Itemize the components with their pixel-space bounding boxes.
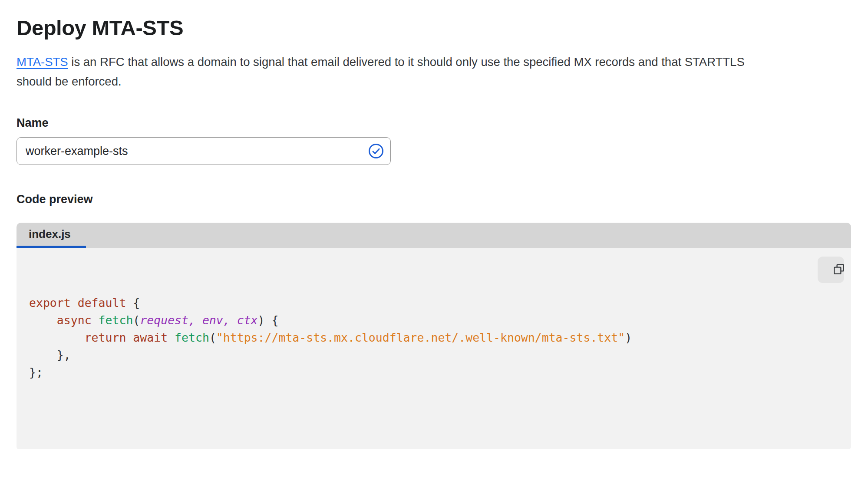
code-tabbar: index.js [17,223,851,248]
check-circle-icon [367,142,385,160]
code-preview-label: Code preview [17,193,851,206]
description-text: MTA-STS is an RFC that allows a domain t… [17,52,851,91]
description-line2: should be enforced. [17,75,122,88]
mta-sts-link[interactable]: MTA-STS [17,55,68,69]
code-line: }, [29,346,839,364]
name-input[interactable] [26,145,367,158]
tab-index-js[interactable]: index.js [17,223,86,248]
code-line: }; [29,364,839,381]
code-line: return await fetch("https://mta-sts.mx.c… [29,329,839,346]
name-label: Name [17,116,851,130]
name-input-container [17,137,391,165]
copy-button[interactable] [818,257,844,283]
code-lines: export default { async fetch(request, en… [29,294,839,381]
page-title: Deploy MTA-STS [17,16,851,40]
code-editor: export default { async fetch(request, en… [17,248,851,449]
code-preview-card: index.js export default { async fetch(re… [17,223,851,449]
code-line: async fetch(request, env, ctx) { [29,312,839,329]
deploy-mta-sts-page: Deploy MTA-STS MTA-STS is an RFC that al… [0,16,868,494]
copy-icon [816,256,845,283]
code-line: export default { [29,294,839,312]
description-line1: is an RFC that allows a domain to signal… [68,55,745,69]
